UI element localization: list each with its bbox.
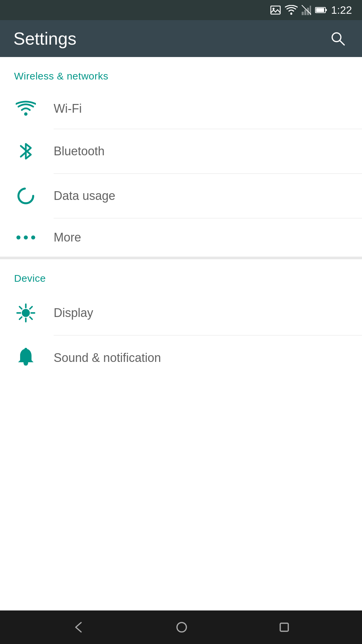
dot-1	[16, 235, 20, 239]
svg-rect-27	[280, 623, 288, 631]
svg-point-1	[273, 8, 275, 10]
wireless-section-header: Wireless & networks	[0, 57, 362, 89]
image-icon	[270, 5, 281, 15]
svg-line-22	[30, 317, 32, 319]
svg-rect-9	[325, 9, 327, 11]
svg-line-23	[30, 307, 32, 309]
svg-rect-3	[302, 12, 304, 15]
svg-rect-4	[304, 10, 306, 15]
more-icon	[14, 235, 38, 239]
status-icons: 1:22	[270, 4, 352, 16]
search-button[interactable]	[327, 28, 349, 49]
svg-point-26	[177, 623, 186, 632]
svg-point-13	[24, 112, 27, 116]
display-item[interactable]: Display	[0, 291, 362, 335]
status-bar: 1:22	[0, 0, 362, 20]
section-divider	[0, 257, 362, 259]
battery-icon	[315, 6, 327, 14]
data-usage-label: Data usage	[54, 189, 115, 203]
svg-line-21	[19, 307, 22, 309]
bluetooth-label: Bluetooth	[54, 144, 105, 158]
dot-2	[24, 235, 28, 239]
sound-item[interactable]: Sound & notification	[0, 335, 362, 380]
svg-line-24	[19, 317, 22, 319]
settings-content: Wireless & networks Wi-Fi Bluetooth	[0, 57, 362, 610]
sound-icon	[14, 347, 38, 368]
home-button[interactable]	[166, 618, 198, 637]
svg-line-12	[340, 41, 344, 45]
more-item[interactable]: More	[0, 218, 362, 257]
more-label: More	[54, 230, 81, 245]
dot-3	[31, 235, 35, 239]
display-icon	[14, 303, 38, 323]
data-usage-icon	[14, 186, 38, 206]
bluetooth-item[interactable]: Bluetooth	[0, 129, 362, 173]
svg-point-2	[290, 13, 292, 15]
nav-bar: SOFTPEDIA	[0, 610, 362, 644]
svg-rect-25	[24, 348, 27, 350]
sound-label: Sound & notification	[54, 351, 161, 365]
wifi-label: Wi-Fi	[54, 102, 82, 116]
wifi-status-icon	[285, 5, 298, 15]
svg-rect-0	[271, 6, 280, 14]
recents-button[interactable]	[269, 619, 300, 636]
status-time: 1:22	[331, 4, 352, 16]
signal-icon	[302, 5, 311, 15]
wifi-item[interactable]: Wi-Fi	[0, 89, 362, 129]
back-button[interactable]	[62, 618, 95, 637]
svg-point-14	[18, 189, 33, 203]
bluetooth-icon	[14, 141, 38, 161]
app-bar-title: Settings	[13, 29, 76, 49]
device-section-header: Device	[0, 259, 362, 291]
data-usage-item[interactable]: Data usage	[0, 174, 362, 218]
svg-rect-10	[316, 8, 324, 12]
app-bar: Settings	[0, 20, 362, 57]
display-label: Display	[54, 306, 93, 320]
wifi-icon	[14, 101, 38, 117]
svg-point-16	[22, 309, 30, 317]
